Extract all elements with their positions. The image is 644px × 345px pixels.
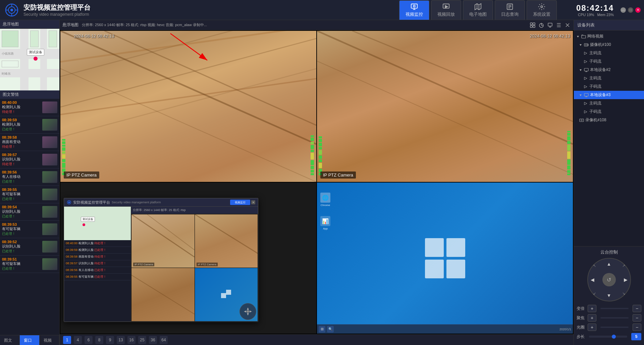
alert-item[interactable]: 08:40:00 检测到人脸 待处理！ [0, 99, 59, 116]
alert-thumb [42, 101, 57, 113]
embedded-map[interactable]: 测试设备 [64, 207, 131, 240]
ptz-step-slider[interactable] [589, 336, 627, 338]
grid-num-9[interactable]: 9 [106, 336, 114, 344]
ptz-right[interactable]: ▶ [624, 277, 628, 282]
tree-item-本地设备2[interactable]: 本地设备#2 [574, 66, 644, 74]
grid-num-25[interactable]: 25 [138, 336, 146, 344]
alert-thumb [42, 136, 57, 148]
alert-item[interactable]: 08:39:57 识别到人脸 待处理！ [0, 151, 59, 168]
grid-num-13[interactable]: 13 [117, 336, 125, 344]
emb-alert-item[interactable]: 08:39:56 有人在移动 已处理！ [64, 267, 131, 274]
ptz-iris-plus[interactable]: + [588, 324, 596, 331]
tab-map[interactable]: 电子地图 [463, 0, 493, 20]
emb-alert-item[interactable]: 08:39:57 识别到人脸 待处理！ [64, 260, 131, 267]
ptz-downleft[interactable]: ↙ [593, 291, 596, 296]
alert-item[interactable]: 08:39:54 识别到人脸 已处理！ [0, 203, 59, 221]
alert-item[interactable]: 08:39:56 有人在移动 已处理！ [0, 168, 59, 186]
desktop-icon-1[interactable]: 🌐 Chrome [320, 193, 330, 207]
desktop-search[interactable]: 🔍 [327, 326, 334, 333]
emb-ptz-control[interactable] [239, 303, 256, 320]
emb-close-btn[interactable]: ✕ [251, 200, 255, 204]
video-cell-1[interactable]: 2024-08-12 08:42:13 [60, 31, 316, 182]
grid-num-6[interactable]: 6 [85, 336, 93, 344]
grid-num-1[interactable]: 1 [63, 336, 71, 344]
tab-monitor[interactable]: 视频监控 [399, 0, 429, 20]
ptz-down[interactable]: ▼ [607, 293, 611, 298]
alert-item[interactable]: 08:39:53 有可疑车辆 已处理！ [0, 221, 59, 238]
svg-marker-44 [247, 307, 249, 310]
app-subtitle: Security video management platform [23, 12, 392, 17]
emb-cell-2[interactable]: IP PTZ Camera [195, 214, 258, 268]
tree-item-网络视频[interactable]: 网络视频 [574, 32, 644, 41]
tree-item-子码流[interactable]: 子码流 [574, 108, 644, 116]
center-topbar: 悬浮地图 分辨率: 2560 x 1440 帧率: 25 格式: rtsp 视频… [60, 20, 574, 30]
alert-item[interactable]: 08:39:59 检测到人脸 已处理！ [0, 116, 59, 134]
ptz-zoom-minus[interactable]: − [633, 305, 641, 312]
topbar-icon-3[interactable] [547, 22, 553, 28]
alert-item[interactable]: 08:39:58 画面有变动 待处理！ [0, 134, 59, 151]
vol-bars-right-2 [567, 38, 571, 175]
tree-item-主码流[interactable]: 主码流 [574, 49, 644, 57]
alert-item[interactable]: 08:39:52 识别到人脸 已处理！ [0, 238, 59, 256]
grid-num-64[interactable]: 64 [160, 336, 168, 344]
svg-marker-69 [584, 102, 587, 105]
map-canvas[interactable]: 测试设备 小镇东路 时峰东 [0, 29, 59, 91]
emb-nav-btn[interactable]: 视频监控 [230, 200, 250, 205]
ptz-center[interactable]: ↺ [602, 273, 616, 286]
tree-item-本地设备3[interactable]: 本地设备#3 [574, 91, 644, 99]
app-logo [3, 2, 20, 18]
topbar-icon-1[interactable] [529, 22, 536, 28]
ptz-zoom-plus[interactable]: + [588, 305, 596, 312]
desktop-start[interactable]: ⊞ [319, 326, 325, 333]
grid-num-4[interactable]: 4 [74, 336, 82, 344]
ptz-downright[interactable]: ↘ [622, 291, 625, 296]
ptz-focus-plus[interactable]: + [588, 314, 596, 322]
topbar-icon-2[interactable] [538, 22, 545, 28]
video-cell-3[interactable]: 安防视频监控管理平台 Security video management pla… [60, 183, 316, 334]
alert-info: 08:39:57 识别到人脸 待处理！ [2, 153, 41, 166]
tree-item-主码流[interactable]: 主码流 [574, 99, 644, 108]
tab-log[interactable]: 日志查询 [495, 0, 525, 20]
minimize-button[interactable]: — [621, 7, 626, 13]
ptz-left[interactable]: ◀ [591, 277, 594, 282]
grid-num-8[interactable]: 8 [95, 336, 103, 344]
emb-alert-item[interactable]: 08:39:55 有可疑车辆 已处理！ [64, 274, 131, 280]
tree-item-摄像机100[interactable]: 摄像机#100 [574, 41, 644, 49]
clock-time: 08:42:14 [576, 3, 614, 13]
emb-alert-item[interactable]: 08:39:59 检测到人脸 已处理！ [64, 247, 131, 254]
clock-stats: CPU 19% Mem 23% [578, 13, 614, 17]
topbar-icon-close[interactable] [564, 22, 571, 28]
desktop-icon-2[interactable]: 📊 App [320, 216, 330, 230]
maximize-button[interactable]: □ [628, 7, 633, 13]
close-button[interactable]: ✕ [635, 7, 641, 13]
tree-item-主码流[interactable]: 主码流 [574, 74, 644, 82]
ptz-upleft[interactable]: ↖ [593, 264, 596, 268]
ptz-up[interactable]: ▲ [607, 261, 611, 267]
emb-alert-item[interactable]: 08:40:00 检测到人脸 待处理！ [64, 240, 131, 247]
ptz-upright[interactable]: ↗ [622, 264, 625, 268]
video-cell-2[interactable]: 2024-08-12 08:42:13 [317, 31, 573, 182]
alert-item[interactable]: 08:39:51 有可疑车辆 已处理！ [0, 256, 59, 273]
grid-num-16[interactable]: 16 [127, 336, 136, 344]
alert-item[interactable]: 08:39:55 有可疑车辆 已处理！ [0, 186, 59, 203]
emb-cell-3[interactable] [131, 268, 195, 321]
tree-item-录像机108[interactable]: 录像机#108 [574, 116, 644, 124]
ptz-step-thumb[interactable] [612, 335, 616, 339]
tab-video-cycle[interactable]: 视频轮询 [40, 335, 59, 345]
tree-item-子码流[interactable]: 子码流 [574, 82, 644, 91]
emb-alert-item[interactable]: 08:39:58 画面有变动 待处理！ [64, 254, 131, 260]
svg-marker-47 [250, 310, 252, 313]
tab-playback[interactable]: 视频回放 [431, 0, 461, 20]
tree-item-子码流[interactable]: 子码流 [574, 57, 644, 66]
ptz-iris-minus[interactable]: − [633, 324, 641, 331]
tab-settings[interactable]: 系统设置 [527, 0, 557, 20]
ptz-focus-minus[interactable]: − [633, 314, 641, 322]
emb-cell-1[interactable]: IP PTZ Camera [131, 214, 195, 268]
topbar-icon-4[interactable] [555, 22, 562, 28]
title-bar: 安防视频监控管理平台 Security video management pla… [0, 0, 644, 20]
grid-num-36[interactable]: 36 [149, 336, 157, 344]
tab-window-info[interactable]: 窗口信息 [20, 335, 40, 345]
tab-alerts[interactable]: 图文警情 [0, 335, 20, 345]
center-area: 悬浮地图 分辨率: 2560 x 1440 帧率: 25 格式: rtsp 视频… [60, 20, 574, 345]
video-cell-4[interactable]: 🌐 Chrome 📊 App ⊞ 🔍 2020/1/1 [317, 183, 573, 334]
